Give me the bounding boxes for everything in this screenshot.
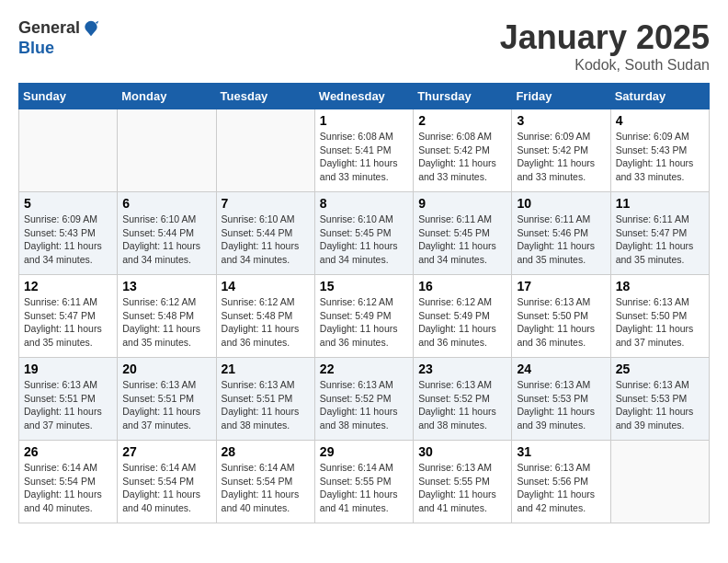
page-header: General Blue January 2025 Kodok, South S… [18, 18, 710, 74]
day-number: 23 [418, 362, 506, 376]
day-info: Sunrise: 6:14 AM Sunset: 5:54 PM Dayligh… [122, 461, 210, 515]
calendar-cell: 16Sunrise: 6:12 AM Sunset: 5:49 PM Dayli… [414, 275, 512, 358]
calendar-cell: 2Sunrise: 6:08 AM Sunset: 5:42 PM Daylig… [414, 109, 512, 192]
calendar-cell [216, 109, 314, 192]
day-number: 2 [418, 113, 506, 128]
weekday-header-friday: Friday [512, 84, 610, 109]
day-number: 3 [517, 113, 605, 128]
title-block: January 2025 Kodok, South Sudan [500, 18, 710, 74]
logo-icon [82, 19, 100, 38]
weekday-header-sunday: Sunday [19, 84, 118, 109]
calendar-cell [19, 109, 118, 192]
day-number: 26 [24, 444, 112, 459]
day-info: Sunrise: 6:13 AM Sunset: 5:53 PM Dayligh… [517, 378, 605, 432]
calendar-cell: 3Sunrise: 6:09 AM Sunset: 5:42 PM Daylig… [512, 109, 610, 192]
day-number: 12 [24, 279, 112, 293]
day-number: 4 [616, 113, 704, 128]
day-info: Sunrise: 6:12 AM Sunset: 5:48 PM Dayligh… [122, 295, 210, 350]
day-info: Sunrise: 6:13 AM Sunset: 5:55 PM Dayligh… [418, 461, 506, 515]
day-number: 29 [320, 444, 408, 459]
calendar-cell: 15Sunrise: 6:12 AM Sunset: 5:49 PM Dayli… [314, 275, 413, 358]
location: Kodok, South Sudan [500, 57, 710, 74]
day-info: Sunrise: 6:13 AM Sunset: 5:52 PM Dayligh… [418, 378, 506, 432]
day-info: Sunrise: 6:11 AM Sunset: 5:47 PM Dayligh… [616, 213, 704, 267]
day-info: Sunrise: 6:14 AM Sunset: 5:55 PM Dayligh… [320, 461, 408, 515]
day-number: 30 [418, 444, 506, 459]
calendar-week-5: 26Sunrise: 6:14 AM Sunset: 5:54 PM Dayli… [19, 441, 710, 523]
day-info: Sunrise: 6:13 AM Sunset: 5:51 PM Dayligh… [222, 378, 310, 432]
calendar-week-3: 12Sunrise: 6:11 AM Sunset: 5:47 PM Dayli… [19, 275, 710, 358]
weekday-header-row: SundayMondayTuesdayWednesdayThursdayFrid… [19, 84, 710, 109]
calendar-week-4: 19Sunrise: 6:13 AM Sunset: 5:51 PM Dayli… [19, 358, 710, 441]
calendar-cell: 21Sunrise: 6:13 AM Sunset: 5:51 PM Dayli… [216, 358, 314, 441]
day-info: Sunrise: 6:12 AM Sunset: 5:49 PM Dayligh… [418, 295, 506, 350]
day-info: Sunrise: 6:09 AM Sunset: 5:43 PM Dayligh… [616, 130, 704, 184]
day-info: Sunrise: 6:11 AM Sunset: 5:46 PM Dayligh… [517, 213, 605, 267]
calendar-cell: 17Sunrise: 6:13 AM Sunset: 5:50 PM Dayli… [512, 275, 610, 358]
day-number: 17 [517, 279, 605, 293]
day-info: Sunrise: 6:09 AM Sunset: 5:43 PM Dayligh… [24, 213, 112, 267]
month-title: January 2025 [500, 18, 710, 57]
weekday-header-saturday: Saturday [610, 84, 709, 109]
day-number: 8 [320, 196, 408, 211]
day-info: Sunrise: 6:14 AM Sunset: 5:54 PM Dayligh… [222, 461, 310, 515]
logo: General Blue [18, 18, 100, 58]
day-info: Sunrise: 6:13 AM Sunset: 5:50 PM Dayligh… [616, 295, 704, 350]
calendar-week-2: 5Sunrise: 6:09 AM Sunset: 5:43 PM Daylig… [19, 192, 710, 275]
calendar-cell [118, 109, 216, 192]
logo-general: General [18, 18, 80, 39]
day-number: 22 [320, 362, 408, 376]
day-number: 18 [616, 279, 704, 293]
logo-blue: Blue [18, 39, 54, 57]
day-info: Sunrise: 6:08 AM Sunset: 5:42 PM Dayligh… [418, 130, 506, 184]
calendar-cell: 1Sunrise: 6:08 AM Sunset: 5:41 PM Daylig… [314, 109, 413, 192]
calendar-cell: 29Sunrise: 6:14 AM Sunset: 5:55 PM Dayli… [314, 441, 413, 523]
calendar-cell: 6Sunrise: 6:10 AM Sunset: 5:44 PM Daylig… [118, 192, 216, 275]
day-info: Sunrise: 6:11 AM Sunset: 5:47 PM Dayligh… [24, 295, 112, 350]
day-number: 20 [122, 362, 210, 376]
calendar-cell: 5Sunrise: 6:09 AM Sunset: 5:43 PM Daylig… [19, 192, 118, 275]
day-number: 21 [222, 362, 310, 376]
calendar-cell: 28Sunrise: 6:14 AM Sunset: 5:54 PM Dayli… [216, 441, 314, 523]
day-number: 7 [222, 196, 310, 211]
calendar-cell: 10Sunrise: 6:11 AM Sunset: 5:46 PM Dayli… [512, 192, 610, 275]
day-number: 10 [517, 196, 605, 211]
calendar-week-1: 1Sunrise: 6:08 AM Sunset: 5:41 PM Daylig… [19, 109, 710, 192]
calendar-cell: 22Sunrise: 6:13 AM Sunset: 5:52 PM Dayli… [314, 358, 413, 441]
day-number: 1 [320, 113, 408, 128]
day-number: 31 [517, 444, 605, 459]
calendar-cell: 27Sunrise: 6:14 AM Sunset: 5:54 PM Dayli… [118, 441, 216, 523]
weekday-header-tuesday: Tuesday [216, 84, 314, 109]
calendar-cell: 4Sunrise: 6:09 AM Sunset: 5:43 PM Daylig… [610, 109, 709, 192]
day-number: 16 [418, 279, 506, 293]
calendar-cell: 19Sunrise: 6:13 AM Sunset: 5:51 PM Dayli… [19, 358, 118, 441]
day-info: Sunrise: 6:13 AM Sunset: 5:52 PM Dayligh… [320, 378, 408, 432]
day-info: Sunrise: 6:10 AM Sunset: 5:45 PM Dayligh… [320, 213, 408, 267]
day-number: 9 [418, 196, 506, 211]
day-info: Sunrise: 6:12 AM Sunset: 5:48 PM Dayligh… [222, 295, 310, 350]
day-number: 6 [122, 196, 210, 211]
calendar-cell: 30Sunrise: 6:13 AM Sunset: 5:55 PM Dayli… [414, 441, 512, 523]
day-info: Sunrise: 6:09 AM Sunset: 5:42 PM Dayligh… [517, 130, 605, 184]
calendar-cell: 18Sunrise: 6:13 AM Sunset: 5:50 PM Dayli… [610, 275, 709, 358]
calendar-cell: 12Sunrise: 6:11 AM Sunset: 5:47 PM Dayli… [19, 275, 118, 358]
calendar-cell: 13Sunrise: 6:12 AM Sunset: 5:48 PM Dayli… [118, 275, 216, 358]
day-number: 11 [616, 196, 704, 211]
day-number: 13 [122, 279, 210, 293]
calendar-cell: 20Sunrise: 6:13 AM Sunset: 5:51 PM Dayli… [118, 358, 216, 441]
day-info: Sunrise: 6:10 AM Sunset: 5:44 PM Dayligh… [122, 213, 210, 267]
calendar-cell: 24Sunrise: 6:13 AM Sunset: 5:53 PM Dayli… [512, 358, 610, 441]
calendar-cell [610, 441, 709, 523]
day-info: Sunrise: 6:11 AM Sunset: 5:45 PM Dayligh… [418, 213, 506, 267]
day-number: 5 [24, 196, 112, 211]
calendar-cell: 11Sunrise: 6:11 AM Sunset: 5:47 PM Dayli… [610, 192, 709, 275]
calendar-cell: 25Sunrise: 6:13 AM Sunset: 5:53 PM Dayli… [610, 358, 709, 441]
calendar-cell: 26Sunrise: 6:14 AM Sunset: 5:54 PM Dayli… [19, 441, 118, 523]
calendar-cell: 9Sunrise: 6:11 AM Sunset: 5:45 PM Daylig… [414, 192, 512, 275]
calendar-table: SundayMondayTuesdayWednesdayThursdayFrid… [18, 83, 710, 523]
calendar-cell: 23Sunrise: 6:13 AM Sunset: 5:52 PM Dayli… [414, 358, 512, 441]
day-number: 24 [517, 362, 605, 376]
day-info: Sunrise: 6:13 AM Sunset: 5:50 PM Dayligh… [517, 295, 605, 350]
day-info: Sunrise: 6:14 AM Sunset: 5:54 PM Dayligh… [24, 461, 112, 515]
day-info: Sunrise: 6:13 AM Sunset: 5:51 PM Dayligh… [122, 378, 210, 432]
